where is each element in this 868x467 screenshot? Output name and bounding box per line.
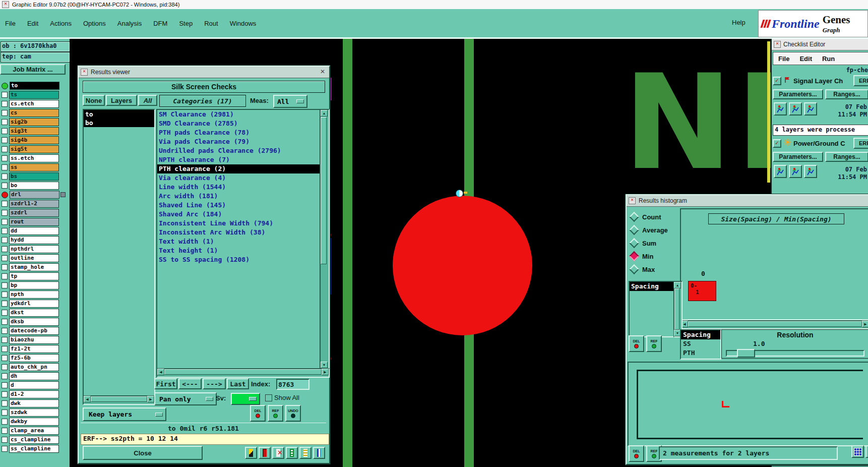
checklist-menu-run[interactable]: Run (822, 55, 835, 63)
ranges-button[interactable]: Ranges... (825, 152, 868, 162)
layer-row-hydd[interactable]: hydd (0, 236, 70, 245)
layer-checkbox[interactable] (2, 337, 8, 343)
legend-pth[interactable]: PTH (681, 348, 720, 358)
keep-layers-dropdown[interactable]: Keep layers (83, 407, 166, 421)
mini-undo-button[interactable]: UNDO (285, 405, 301, 422)
menu-help[interactable]: Help (732, 19, 746, 26)
layer-row-biaozhu[interactable]: biaozhu (0, 335, 70, 344)
layer-row-dd[interactable]: dd (0, 226, 70, 236)
layer-checkbox[interactable] (2, 282, 8, 288)
results-layer-bo[interactable]: bo (84, 119, 154, 127)
layer-row-bp[interactable]: bp (0, 281, 70, 290)
category-item[interactable]: SS to SS spacing (1208) (157, 255, 320, 264)
histogram-view-button[interactable] (313, 447, 325, 459)
category-item[interactable]: Shaved Arc (184) (157, 210, 320, 219)
layer-row-szdwk[interactable]: szdwk (0, 408, 70, 417)
layer-row-sig2b[interactable]: sig2b (0, 118, 70, 127)
active-layer-dot-green[interactable] (2, 83, 8, 89)
stat-sum[interactable]: Sum (629, 237, 679, 250)
scroll-thumb[interactable] (674, 288, 679, 330)
layer-row-dwkby[interactable]: dwkby (0, 417, 70, 426)
layer-row-d1-2[interactable]: d1-2 (0, 390, 70, 399)
layer-checkbox[interactable] (2, 255, 8, 261)
layer-row-szdrl[interactable]: szdrl (0, 208, 70, 217)
del-button[interactable]: DEL (629, 445, 644, 462)
layer-checkbox[interactable] (2, 310, 8, 316)
layer-row-dwk[interactable]: dwk (0, 399, 70, 408)
histogram-bar[interactable]: 0- 1 (688, 281, 716, 301)
layer-checkbox[interactable] (2, 228, 8, 234)
layer-checkbox[interactable] (2, 428, 8, 434)
close-icon[interactable]: ✕ (319, 68, 327, 76)
categories-horizontal-scrollbar[interactable]: ◀ ▶ (156, 368, 330, 378)
layer-row-bs[interactable]: bs (0, 172, 70, 181)
erf-badge[interactable]: ERF (853, 75, 868, 86)
layer-row-auto_chk_pn[interactable]: auto_chk_pn (0, 363, 70, 372)
layer-checkbox[interactable] (2, 328, 8, 334)
scroll-right-arrow[interactable]: ▶ (147, 396, 154, 402)
layer-checkbox[interactable] (2, 382, 8, 388)
layer-checkbox[interactable] (2, 183, 8, 189)
previous-result-button[interactable]: <--- (178, 378, 202, 389)
layer-row-clamp_area[interactable]: clamp_area (0, 426, 70, 435)
table-view-button[interactable] (865, 445, 868, 458)
layer-row-tp[interactable]: tp (0, 272, 70, 281)
highlight-color-swatch[interactable] (231, 393, 260, 405)
check-name-label[interactable]: Power/Ground C (793, 140, 845, 147)
layer-checkbox[interactable] (2, 264, 8, 270)
scroll-thumb[interactable] (164, 369, 322, 375)
category-item[interactable]: SM Clearance (2981) (157, 110, 320, 119)
layer-checkbox[interactable] (2, 364, 8, 370)
menu-actions[interactable]: Actions (49, 19, 73, 28)
grid-view-button[interactable] (851, 445, 864, 458)
entry-checkbox[interactable]: ✓ (773, 139, 781, 148)
menu-edit[interactable]: Edit (26, 19, 39, 28)
report-list-button[interactable] (299, 447, 312, 459)
layer-checkbox[interactable] (2, 155, 8, 161)
stat-diamond-icon[interactable] (629, 251, 639, 261)
layer-row-dh[interactable]: dh (0, 372, 70, 381)
layer-row-ss_clampline[interactable]: ss_clampline (0, 444, 70, 453)
filter-layers-button[interactable]: Layers (106, 95, 137, 106)
layer-checkbox[interactable] (2, 419, 8, 425)
layer-checkbox[interactable] (2, 301, 8, 307)
category-item[interactable]: SMD Clearance (2785) (157, 119, 320, 128)
run-action-button[interactable] (774, 165, 787, 178)
layer-row-fz5-6b[interactable]: fz5-6b (0, 354, 70, 363)
menu-options[interactable]: Options (82, 19, 107, 28)
legend-ss[interactable]: SS (681, 339, 720, 348)
next-result-button[interactable]: ---> (203, 378, 226, 389)
layer-checkbox[interactable] (2, 391, 8, 397)
run-action-button[interactable] (789, 165, 802, 178)
layer-checkbox[interactable] (2, 346, 8, 352)
menu-analysis[interactable]: Analysis (116, 19, 143, 28)
category-item[interactable]: Via pads Clearance (79) (157, 137, 320, 146)
category-item[interactable]: Inconsistent Arc Width (38) (157, 228, 320, 237)
mini-del-button[interactable]: DEL (250, 405, 266, 422)
clear-errors-button[interactable] (272, 447, 284, 459)
scroll-right-arrow[interactable]: ▶ (862, 321, 868, 327)
layer-row-ss.etch[interactable]: ss.etch (0, 154, 70, 163)
stat-diamond-icon[interactable] (629, 238, 639, 248)
layer-row-sig4b[interactable]: sig4b (0, 136, 70, 145)
mini-ref-button[interactable]: REF (268, 405, 283, 422)
show-all-checkbox[interactable] (265, 394, 272, 401)
results-viewer-titlebar[interactable]: ✕ Results viewer ✕ (79, 67, 329, 78)
resolution-slider-thumb[interactable] (737, 349, 755, 358)
layer-checkbox[interactable] (2, 92, 8, 98)
stat-diamond-icon[interactable] (629, 225, 639, 235)
layer-row-ss[interactable]: ss (0, 163, 70, 172)
layer-checkbox[interactable] (2, 128, 8, 134)
layer-checkbox[interactable] (2, 110, 8, 116)
checklist-menu-file[interactable]: File (778, 55, 789, 63)
ranges-button[interactable]: Ranges... (825, 89, 868, 99)
pan-mode-dropdown[interactable]: Pan only (154, 392, 217, 405)
categories-vertical-scrollbar[interactable]: ▲ ▼ (320, 109, 330, 369)
layers-horizontal-scrollbar[interactable]: ◀ ▶ (83, 395, 155, 405)
category-item[interactable]: Arc width (181) (157, 192, 320, 201)
category-item[interactable]: Via clearance (4) (157, 173, 320, 183)
layer-row-npthdrl[interactable]: npthdrl (0, 245, 70, 254)
active-layer-dot-red[interactable] (2, 192, 8, 198)
menu-dfm[interactable]: DFM (152, 19, 168, 28)
category-item[interactable]: Shaved Line (145) (157, 201, 320, 210)
